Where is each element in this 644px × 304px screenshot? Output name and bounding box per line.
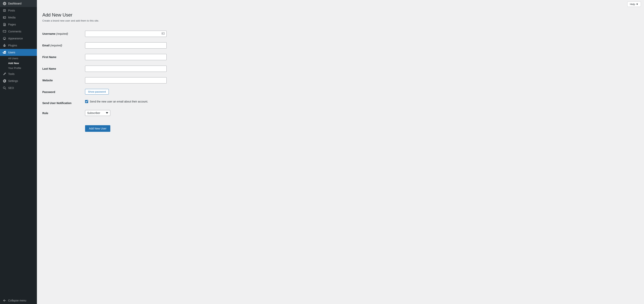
email-label: Email (required) bbox=[42, 42, 85, 47]
sidebar-subitem-add-new[interactable]: Add New bbox=[0, 61, 37, 66]
sidebar-subitem-your-profile[interactable]: Your Profile bbox=[0, 66, 37, 70]
username-label: Username (required) bbox=[42, 31, 85, 35]
pages-icon bbox=[3, 23, 6, 26]
svg-rect-3 bbox=[162, 33, 163, 34]
sidebar-item-posts[interactable]: Posts bbox=[0, 7, 37, 14]
form-row-email: Email (required) bbox=[42, 40, 198, 51]
form-row-website: Website bbox=[42, 74, 198, 86]
form-row-password: Password Show password bbox=[42, 86, 198, 97]
lastname-label: Last Name bbox=[42, 66, 85, 70]
notification-field: Send the new user an email about their a… bbox=[85, 100, 198, 103]
form-row-notification: Send User Notification Send the new user… bbox=[42, 97, 198, 107]
posts-icon bbox=[3, 9, 6, 12]
firstname-field bbox=[85, 54, 198, 60]
form-row-submit: Add New User bbox=[42, 119, 198, 135]
appearance-icon bbox=[3, 37, 6, 40]
add-user-form: Username (required) Email (require bbox=[42, 28, 198, 135]
sidebar-subitem-all-users[interactable]: All Users bbox=[0, 56, 37, 61]
website-label: Website bbox=[42, 77, 85, 82]
settings-icon bbox=[3, 79, 6, 83]
notification-label: Send User Notification bbox=[42, 100, 85, 105]
username-input[interactable] bbox=[85, 31, 167, 37]
topbar: Help ▼ bbox=[37, 0, 644, 8]
sidebar-item-plugins[interactable]: Plugins bbox=[0, 42, 37, 49]
email-field bbox=[85, 42, 198, 48]
sidebar-item-seo-label: SEO bbox=[8, 86, 14, 89]
page-subtitle: Create a brand new user and add them to … bbox=[42, 19, 638, 22]
sidebar-item-tools[interactable]: Tools bbox=[0, 70, 37, 77]
plugins-icon bbox=[3, 44, 6, 47]
id-card-icon bbox=[162, 32, 165, 35]
help-label: Help bbox=[630, 3, 635, 6]
sidebar-item-comments-label: Comments bbox=[8, 30, 21, 33]
sidebar-item-media[interactable]: Media bbox=[0, 14, 37, 21]
seo-icon bbox=[3, 86, 6, 90]
sidebar-item-users-label: Users bbox=[8, 51, 15, 54]
lastname-input[interactable] bbox=[85, 66, 167, 72]
svg-line-1 bbox=[5, 88, 6, 89]
form-row-username: Username (required) bbox=[42, 28, 198, 40]
notification-checkbox[interactable] bbox=[85, 100, 88, 103]
website-input[interactable] bbox=[85, 77, 167, 83]
sidebar-item-dashboard[interactable]: Dashboard bbox=[0, 0, 37, 7]
role-label: Role bbox=[42, 110, 85, 115]
sidebar-item-users[interactable]: Users bbox=[0, 49, 37, 56]
collapse-icon bbox=[3, 299, 6, 302]
show-password-button[interactable]: Show password bbox=[85, 89, 109, 94]
username-field bbox=[85, 31, 198, 37]
main-content: Help ▼ Add New User Create a brand new u… bbox=[37, 0, 644, 304]
help-button[interactable]: Help ▼ bbox=[627, 1, 641, 7]
sidebar-item-appearance-label: Appearance bbox=[8, 37, 23, 40]
username-icon bbox=[162, 32, 165, 36]
sidebar-item-pages-label: Pages bbox=[8, 23, 16, 26]
sidebar-item-dashboard-label: Dashboard bbox=[8, 2, 22, 5]
sidebar-collapse[interactable]: Collapse menu bbox=[0, 297, 37, 304]
add-new-user-button[interactable]: Add New User bbox=[85, 125, 110, 132]
sidebar: Dashboard Posts Media Pages Comments App… bbox=[0, 0, 37, 304]
sidebar-item-seo[interactable]: SEO bbox=[0, 84, 37, 91]
sidebar-item-plugins-label: Plugins bbox=[8, 44, 17, 47]
sidebar-item-settings-label: Settings bbox=[8, 79, 18, 82]
sidebar-item-posts-label: Posts bbox=[8, 9, 15, 12]
form-row-firstname: First Name bbox=[42, 51, 198, 63]
password-label: Password bbox=[42, 89, 85, 94]
website-field bbox=[85, 77, 198, 83]
sidebar-item-comments[interactable]: Comments bbox=[0, 28, 37, 35]
role-select[interactable]: SubscriberContributorAuthorEditorAdminis… bbox=[85, 110, 110, 116]
form-row-role: Role SubscriberContributorAuthorEditorAd… bbox=[42, 107, 198, 119]
sidebar-item-appearance[interactable]: Appearance bbox=[0, 35, 37, 42]
media-icon bbox=[3, 16, 6, 19]
notification-text: Send the new user an email about their a… bbox=[90, 100, 148, 103]
password-field: Show password bbox=[85, 89, 198, 94]
comments-icon bbox=[3, 30, 6, 33]
lastname-field bbox=[85, 66, 198, 72]
page-title: Add New User bbox=[42, 12, 638, 18]
sidebar-collapse-label: Collapse menu bbox=[8, 299, 26, 302]
help-arrow: ▼ bbox=[636, 3, 638, 6]
firstname-label: First Name bbox=[42, 54, 85, 59]
users-icon bbox=[3, 51, 6, 54]
tools-icon bbox=[3, 72, 6, 76]
sidebar-item-settings[interactable]: Settings bbox=[0, 77, 37, 84]
sidebar-item-pages[interactable]: Pages bbox=[0, 21, 37, 28]
firstname-input[interactable] bbox=[85, 54, 167, 60]
sidebar-item-media-label: Media bbox=[8, 16, 16, 19]
email-input[interactable] bbox=[85, 42, 167, 48]
page-content: Add New User Create a brand new user and… bbox=[37, 8, 644, 304]
dashboard-icon bbox=[3, 2, 6, 5]
role-field: SubscriberContributorAuthorEditorAdminis… bbox=[85, 110, 198, 116]
sidebar-item-tools-label: Tools bbox=[8, 72, 14, 75]
form-row-lastname: Last Name bbox=[42, 63, 198, 74]
